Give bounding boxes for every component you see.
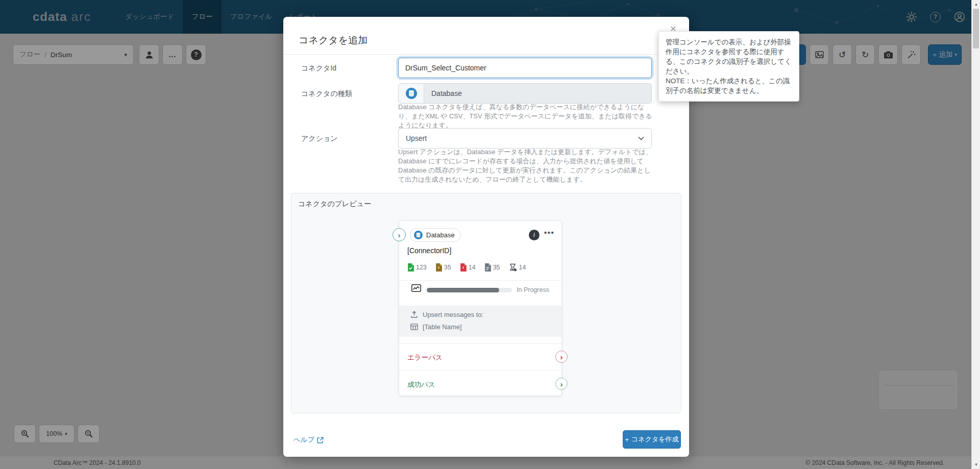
card-divider <box>399 343 561 344</box>
add-connector-modal: コネクタを追加 × コネクタId コネクタの種類 Database Datab <box>283 17 689 457</box>
upsert-destination-row: Upsert messages to: <box>410 311 483 318</box>
file-warning-icon <box>435 263 442 271</box>
database-icon <box>414 231 423 239</box>
modal-header-divider <box>283 54 689 55</box>
preview-panel-label: コネクタのプレビュー <box>298 200 371 209</box>
table-name-row: [Table Name] <box>410 323 462 331</box>
chevron-right-icon: › <box>560 380 563 388</box>
connector-type-label: コネクタの種類 <box>301 83 393 104</box>
connector-id-input[interactable] <box>398 58 652 78</box>
connector-card-title: [ConnectorID] <box>407 246 451 255</box>
card-menu-icon[interactable]: ••• <box>544 228 554 237</box>
card-divider <box>399 370 561 371</box>
progress-status: In Progress <box>517 286 549 293</box>
connector-type-value: Database <box>424 89 462 97</box>
progress-fill <box>427 288 499 292</box>
upload-icon <box>410 311 418 318</box>
action-help: Upsert アクションは、Database データを挿入または更新します。デフ… <box>398 147 653 184</box>
file-success-icon <box>407 263 414 271</box>
progress-bar <box>427 288 512 292</box>
scroll-down-arrow[interactable]: ▼ <box>972 460 980 469</box>
stat-files-warning[interactable]: 35 <box>435 263 451 271</box>
vertical-scrollbar[interactable]: ▲ ▼ <box>971 0 980 469</box>
connector-type-help: Database コネクタを使えば、異なる多数のデータベースに接続ができるように… <box>398 103 653 130</box>
stat-files-pending[interactable]: 14 <box>509 263 526 271</box>
info-icon[interactable]: i <box>529 230 540 240</box>
destination-section: Upsert messages to: [Table Name] <box>399 306 561 337</box>
error-path-label: エラーパス <box>407 353 443 362</box>
connector-type-display: Database <box>398 83 652 104</box>
app-screen: cdata arc ダッシュボード フロー プロファイル レポート ? <box>0 0 980 469</box>
file-stats-row: 123 35 14 35 <box>407 263 555 271</box>
tooltip-body: 管理コンソールでの表示、および外部操作用にコネクタを参照する際に使用する、このコ… <box>666 38 792 75</box>
scrollbar-thumb[interactable] <box>973 9 979 48</box>
create-connector-button[interactable]: + コネクタを作成 <box>623 430 681 449</box>
action-selected-value: Upsert <box>406 134 427 142</box>
connector-preview-panel: コネクタのプレビュー › Database i ••• [ConnectorID… <box>291 193 681 413</box>
external-link-icon <box>317 437 324 443</box>
plus-icon: + <box>625 436 629 443</box>
chevron-right-icon: › <box>398 231 401 239</box>
stat-files-neutral[interactable]: 35 <box>484 263 500 271</box>
action-label: アクション <box>301 128 393 149</box>
card-divider <box>399 280 561 281</box>
scroll-up-arrow[interactable]: ▲ <box>972 0 980 9</box>
table-icon <box>410 324 418 330</box>
chevron-right-icon: › <box>560 353 563 361</box>
action-select[interactable]: Upsert <box>398 128 652 149</box>
chart-line-icon <box>411 284 421 292</box>
modal-title: コネクタを追加 <box>299 34 368 47</box>
database-icon <box>406 88 417 99</box>
input-port-button[interactable]: › <box>393 228 406 241</box>
success-path-port-button[interactable]: › <box>555 378 568 390</box>
stat-files-error[interactable]: 14 <box>460 263 476 271</box>
hourglass-icon <box>509 263 517 271</box>
file-error-icon <box>460 263 467 271</box>
chevron-down-icon <box>638 136 644 140</box>
tooltip-note: NOTE：いったん作成されると、この識別子の名前は変更できません。 <box>666 76 792 95</box>
connector-type-pill-label: Database <box>426 231 455 239</box>
success-path-label: 成功パス <box>407 380 435 389</box>
stat-files-success[interactable]: 123 <box>407 263 427 271</box>
connector-preview-card: › Database i ••• [ConnectorID] <box>399 220 562 396</box>
error-path-port-button[interactable]: › <box>555 351 568 363</box>
help-link[interactable]: ヘルプ <box>293 435 324 445</box>
connector-id-label: コネクタId <box>301 58 393 78</box>
connector-type-pill: Database <box>410 228 461 242</box>
connector-id-tooltip: 管理コンソールでの表示、および外部操作用にコネクタを参照する際に使用する、このコ… <box>658 31 799 102</box>
file-neutral-icon <box>484 263 491 271</box>
